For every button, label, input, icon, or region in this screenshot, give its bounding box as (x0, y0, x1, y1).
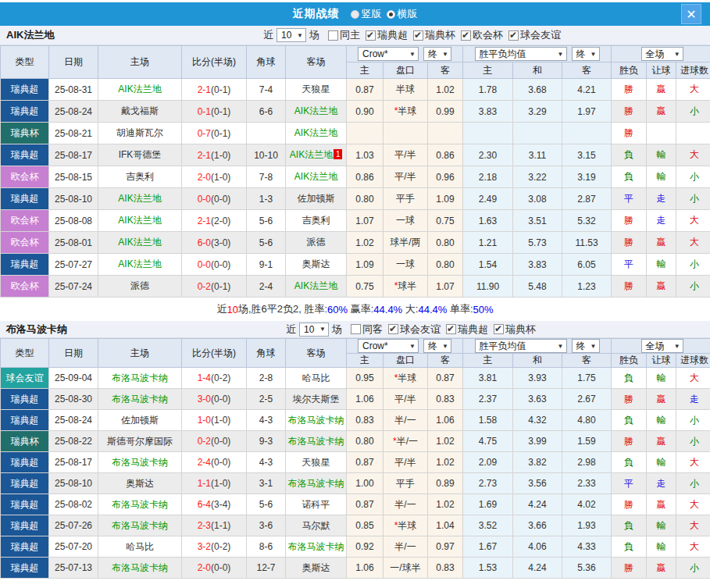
odds-company-select[interactable]: Crow*▼ (358, 47, 419, 61)
result-goals-cell: 小 (676, 431, 710, 452)
home-team: 布洛马波卡纳 (112, 562, 168, 573)
close-button[interactable]: ✕ (681, 4, 701, 24)
avg-home-cell: 1.58 (463, 410, 513, 431)
games-count-select[interactable]: 10▼ (299, 323, 329, 337)
away-team-cell: 布洛马波卡纳 (286, 431, 347, 452)
result-wdl-cell: 負 (612, 144, 647, 166)
handicap-value: 半/一 (394, 499, 416, 510)
filter-checkbox-2[interactable] (446, 324, 456, 334)
result-wdl-cell: 負 (612, 515, 647, 536)
halftime-score: (0-1) (211, 128, 230, 139)
score-cell: 0-0(0-0) (182, 188, 247, 210)
home-team-cell: 布洛马波卡纳 (98, 389, 182, 410)
score-cell: 6-0(3-0) (182, 232, 247, 254)
result-wdl-cell: 勝 (612, 276, 647, 298)
result-wdl-cell: 平 (612, 188, 647, 210)
odds-home-cell: 0.75 (347, 276, 384, 298)
sub-header-0: 主 (347, 62, 384, 79)
near-label: 近 (286, 323, 296, 337)
result-handicap-cell: 贏 (647, 431, 676, 452)
odds-away-cell: 1.02 (428, 452, 463, 473)
filter-checkbox-3[interactable] (461, 30, 471, 41)
odds-company-select[interactable]: Crow*▼ (358, 339, 419, 353)
away-team: 哈马比 (302, 372, 330, 383)
filter-checkbox-2[interactable] (413, 30, 423, 41)
window-title: 近期战绩 (293, 7, 340, 21)
score-cell: 1-4(0-2) (182, 368, 247, 389)
handicap-value: 平手 (396, 478, 415, 489)
filter-controls: 近10▼场同客球会友谊瑞典超瑞典杯 (283, 323, 536, 337)
away-team: 派德 (307, 237, 326, 248)
avg-select[interactable]: 胜平负均值▼ (475, 339, 567, 353)
horizontal-layout-radio[interactable] (387, 10, 395, 19)
sub-header-1: 盘口 (384, 62, 428, 79)
home-team: AIK法兰地 (118, 215, 161, 226)
avg-home-cell: 1.69 (463, 494, 513, 515)
scope-select[interactable]: 全场▼ (641, 47, 683, 61)
avg-stage-select[interactable]: 终▼ (572, 47, 600, 61)
handicap-value: 半球 (398, 105, 416, 116)
type-badge: 欧会杯 (1, 210, 49, 232)
col-header-2: 主场 (98, 46, 182, 79)
away-team: 吉奥利 (302, 215, 330, 226)
type-badge: 瑞典超 (1, 494, 49, 515)
match-row: 瑞典杯25-08-21胡迪斯瓦尔0-7(0-1)AIK法兰地勝 (1, 123, 710, 144)
odds-stage-select[interactable]: 终▼ (423, 47, 451, 61)
result-goals-cell (676, 123, 710, 144)
summary-segment-4: 赢率: (348, 302, 373, 316)
filter-checkbox-0[interactable] (351, 324, 361, 334)
scope-select[interactable]: 全场▼ (641, 339, 683, 353)
avg-home-cell: 3.81 (463, 368, 513, 389)
fulltime-score: 1-1 (198, 478, 211, 489)
avg-away-cell: 2.87 (562, 188, 612, 210)
avg-draw-cell: 3.11 (513, 144, 562, 166)
type-badge: 欧会杯 (1, 276, 49, 298)
away-team-cell: 佐加顿斯 (286, 188, 347, 210)
filter-checkbox-3[interactable] (494, 324, 504, 334)
avg-home-cell: 2.37 (463, 389, 513, 410)
filter-checkbox-1[interactable] (366, 30, 376, 41)
games-count-select[interactable]: 10▼ (277, 28, 306, 42)
odds-away-cell: 0.83 (428, 558, 463, 579)
avg-home-cell: 2.73 (463, 473, 513, 494)
odds-away-cell: 1.04 (428, 515, 463, 536)
halftime-score: (3-0) (211, 237, 230, 248)
filter-checkbox-4[interactable] (508, 30, 519, 41)
away-team-cell: 布洛马波卡纳 (286, 410, 347, 431)
result-goals-cell: 大 (676, 515, 710, 536)
away-team: 天狼星 (302, 84, 330, 94)
result-wdl-cell: 勝 (612, 232, 647, 254)
avg-away-cell: 2.67 (562, 389, 612, 410)
filter-checkbox-1[interactable] (388, 324, 398, 334)
near-label: 近 (263, 28, 273, 42)
avg-draw-cell: 4.32 (513, 410, 562, 431)
halftime-score: (0-0) (211, 457, 230, 468)
match-row: 瑞典超25-08-17IFK哥德堡2-1(1-0)10-10AIK法兰地11.0… (1, 144, 710, 166)
vertical-layout-radio[interactable] (351, 10, 359, 19)
date-cell: 25-07-13 (49, 558, 98, 579)
type-badge: 瑞典杯 (1, 431, 49, 452)
score-cell: 1-1(1-0) (182, 473, 247, 494)
away-team-cell: AIK法兰地 (286, 123, 347, 144)
filter-checkbox-0[interactable] (328, 30, 338, 41)
odds-stage-select[interactable]: 终▼ (423, 339, 451, 353)
home-team: 布洛马波卡纳 (112, 520, 168, 531)
odds-home-cell: 1.09 (347, 254, 384, 276)
odds-home-cell: 1.02 (347, 232, 384, 254)
avg-draw-cell: 5.48 (513, 276, 562, 298)
result-handicap-cell: 贏 (647, 494, 676, 515)
chevron-down-icon: ▼ (319, 326, 326, 333)
type-badge: 瑞典超 (1, 144, 49, 166)
date-cell: 25-08-10 (49, 188, 98, 210)
corner-cell: 2-4 (247, 276, 286, 298)
odds-home-cell: 0.80 (347, 431, 384, 452)
halftime-score: (0-2) (211, 372, 230, 383)
avg-stage-select[interactable]: 终▼ (572, 339, 600, 353)
scope-select-value: 全场 (646, 48, 665, 61)
avg-select[interactable]: 胜平负均值▼ (475, 47, 567, 61)
away-team: 布洛马波卡纳 (288, 436, 344, 447)
avg-stage-select-value: 终 (576, 340, 586, 353)
score-cell: 0-2(0-1) (182, 276, 247, 298)
corner-cell: 12-7 (247, 558, 286, 579)
odds-company-select-value: Crow* (362, 48, 388, 59)
